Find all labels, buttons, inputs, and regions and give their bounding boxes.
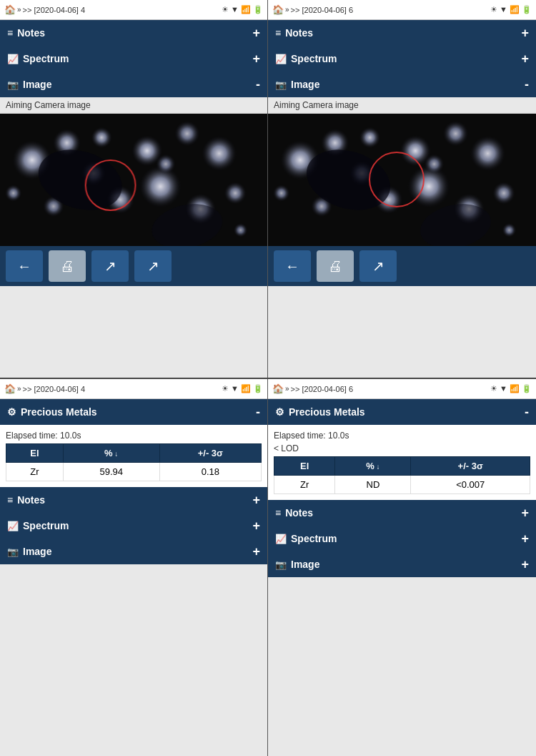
data-table-br: El % +/- 3σ Zr ND <0.007 (274, 456, 530, 494)
spectrum-expand-br[interactable]: + (521, 531, 529, 546)
spectrum-icon-tl: 📈 (7, 54, 19, 64)
col-pct-bl[interactable]: % (63, 444, 159, 463)
notes-label-br: Notes (285, 507, 313, 519)
image-header-br[interactable]: 📷 Image + (268, 551, 536, 577)
el-value-br: Zr (274, 476, 335, 494)
col-el-bl: El (6, 444, 64, 463)
notes-header-bl[interactable]: ≡ Notes + (0, 487, 267, 513)
table-row-bl: Zr 59.94 0.18 (6, 463, 262, 481)
notes-label-bl: Notes (17, 494, 45, 506)
spectrum-icon-bl: 📈 (7, 521, 19, 531)
col-pct-br[interactable]: % (335, 457, 411, 476)
spectrum-expand-tl[interactable]: + (252, 51, 260, 67)
spectrum-label-tl: Spectrum (23, 53, 69, 64)
home-icon-tr: 🏠 (272, 4, 284, 15)
spectrum-icon-tr: 📈 (275, 54, 287, 64)
notes-icon-br: ≡ (275, 507, 281, 519)
elapsed-bl: Elapsed time: 10.0s (6, 431, 262, 441)
camera-label-tl: Aiming Camera image (0, 97, 267, 114)
spacer-br (268, 577, 536, 756)
sigma-value-br: <0.007 (411, 476, 530, 494)
home-icon-br: 🏠 (272, 383, 284, 394)
back-button-tl[interactable]: ← (6, 250, 43, 282)
image-label-tl: Image (23, 79, 51, 90)
spectrum-expand-tr[interactable]: + (521, 51, 529, 67)
image-header-tl[interactable]: 📷 Image - (0, 72, 267, 97)
image-expand-tr[interactable]: - (525, 77, 529, 92)
lod-br: < LOD (274, 443, 530, 453)
notes-expand-tl[interactable]: + (252, 26, 260, 41)
back-button-tr[interactable]: ← (274, 250, 311, 282)
notes-header-br[interactable]: ≡ Notes + (268, 500, 536, 526)
image-expand-br[interactable]: + (521, 557, 529, 572)
chevron-icon-br: » (285, 385, 289, 393)
notes-expand-tr[interactable]: + (521, 26, 529, 41)
image-header-bl[interactable]: 📷 Image + (0, 539, 267, 564)
image-body-tr: Aiming Camera image (268, 97, 536, 246)
notes-header-tl[interactable]: ≡ Notes + (0, 20, 267, 46)
spectrum-header-bl[interactable]: 📈 Spectrum + (0, 513, 267, 539)
image-label-tr: Image (291, 79, 319, 90)
el-value-bl: Zr (6, 463, 64, 481)
expand2-button-tl[interactable]: ↗ (134, 250, 172, 282)
metals-label-br: Precious Metals (289, 406, 365, 418)
image-expand-bl[interactable]: + (252, 544, 260, 559)
print-button-tr[interactable]: 🖨 (317, 250, 354, 282)
status-bar-bl: 🏠 » >> [2020-04-06] 4 ☀ ▼ 📶 🔋 (0, 379, 267, 399)
spectrum-label-bl: Spectrum (23, 520, 69, 531)
metals-expand-bl[interactable]: - (256, 405, 260, 420)
home-icon-bl: 🏠 (4, 383, 16, 394)
camera-label-tr: Aiming Camera image (268, 97, 536, 114)
metals-body-br: Elapsed time: 10.0s < LOD El % +/- 3σ Zr (268, 425, 536, 500)
image-label-bl: Image (23, 546, 51, 557)
spectrum-header-br[interactable]: 📈 Spectrum + (268, 526, 536, 551)
action-bar-tr: ← 🖨 ↗ (268, 246, 536, 286)
image-icon-bl: 📷 (7, 546, 19, 557)
metals-body-bl: Elapsed time: 10.0s El % +/- 3σ Zr 59.94 (0, 425, 267, 487)
action-bar-tl: ← 🖨 ↗ ↗ (0, 246, 267, 286)
notes-expand-br[interactable]: + (521, 506, 529, 521)
expand1-button-tr[interactable]: ↗ (359, 250, 397, 282)
spectrum-header-tr[interactable]: 📈 Spectrum + (268, 46, 536, 72)
status-icons-bl: ☀ ▼ 📶 🔋 (222, 384, 263, 393)
sigma-value-bl: 0.18 (159, 463, 261, 481)
metals-header-bl[interactable]: ⚙ Precious Metals - (0, 399, 267, 425)
notes-expand-bl[interactable]: + (252, 493, 260, 508)
notes-icon-tr: ≡ (275, 27, 281, 39)
table-row-br: Zr ND <0.007 (274, 476, 530, 494)
camera-image-tr (268, 114, 536, 246)
image-header-tr[interactable]: 📷 Image - (268, 72, 536, 97)
image-expand-tl[interactable]: - (256, 77, 260, 92)
metals-expand-br[interactable]: - (525, 405, 529, 420)
image-icon-tr: 📷 (275, 79, 287, 90)
spacer-bl (0, 564, 267, 756)
metals-label-bl: Precious Metals (21, 406, 97, 418)
camera-image-tl (0, 114, 267, 246)
elapsed-br: Elapsed time: 10.0s (274, 431, 530, 441)
breadcrumb-br: >> [2020-04-06] 6 (291, 385, 490, 393)
chevron-icon-bl: » (17, 385, 21, 393)
print-button-tl[interactable]: 🖨 (49, 250, 86, 282)
image-label-br: Image (291, 559, 319, 570)
notes-header-tr[interactable]: ≡ Notes + (268, 20, 536, 46)
metals-header-br[interactable]: ⚙ Precious Metals - (268, 399, 536, 425)
pct-value-bl: 59.94 (63, 463, 159, 481)
expand1-button-tl[interactable]: ↗ (91, 250, 129, 282)
col-el-br: El (274, 457, 335, 476)
status-icons-br: ☀ ▼ 📶 🔋 (490, 384, 532, 393)
notes-icon-tl: ≡ (7, 27, 13, 39)
home-icon: 🏠 (4, 4, 16, 15)
status-icons-tl: ☀ ▼ 📶 🔋 (222, 5, 263, 14)
status-icons-tr: ☀ ▼ 📶 🔋 (490, 5, 532, 14)
chevron-icon-tr: » (285, 6, 289, 14)
metals-icon-br: ⚙ (275, 406, 284, 418)
image-icon-br: 📷 (275, 559, 287, 570)
status-bar-tr: 🏠 » >> [2020-04-06] 6 ☀ ▼ 📶 🔋 (268, 0, 536, 20)
notes-label-tl: Notes (17, 27, 45, 39)
spectrum-header-tl[interactable]: 📈 Spectrum + (0, 46, 267, 72)
spectrum-label-br: Spectrum (291, 533, 337, 544)
col-sigma-br: +/- 3σ (411, 457, 530, 476)
spectrum-expand-bl[interactable]: + (252, 519, 260, 534)
spectrum-label-tr: Spectrum (291, 53, 337, 64)
image-body-tl: Aiming Camera image (0, 97, 267, 246)
